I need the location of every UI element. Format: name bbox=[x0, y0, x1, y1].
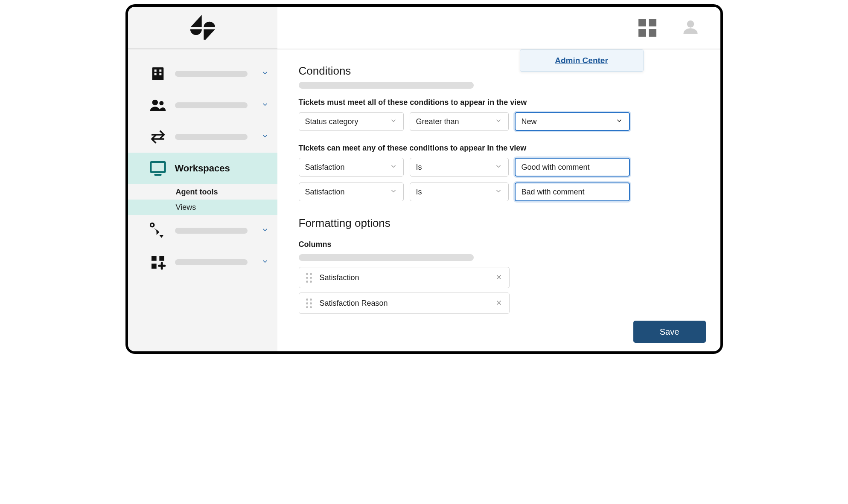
select-value: Status category bbox=[305, 117, 358, 126]
columns-description-placeholder bbox=[299, 254, 474, 261]
sidebar-item-account[interactable] bbox=[128, 58, 277, 90]
condition-any-row-0: Satisfaction Is Good with comment bbox=[299, 158, 699, 177]
select-value: Is bbox=[416, 163, 422, 172]
column-name: Satisfaction bbox=[320, 273, 488, 282]
chevron-down-icon bbox=[261, 101, 269, 110]
admin-center-popover: Admin Center bbox=[520, 49, 644, 72]
field-value: Good with comment bbox=[522, 163, 590, 172]
remove-column-button[interactable] bbox=[495, 298, 502, 308]
people-icon bbox=[149, 97, 166, 114]
field-value: Bad with comment bbox=[522, 188, 585, 197]
conditions-any-label: Tickets can meet any of these conditions… bbox=[299, 144, 699, 153]
condition-field-select[interactable]: Status category bbox=[299, 112, 404, 131]
nav-placeholder bbox=[175, 71, 248, 77]
condition-operator-select[interactable]: Greater than bbox=[410, 112, 509, 131]
conditions-all-label: Tickets must meet all of these condition… bbox=[299, 98, 699, 107]
monitor-icon bbox=[149, 160, 166, 177]
sidebar-subitem-views[interactable]: Views bbox=[128, 200, 277, 215]
drag-handle-icon[interactable] bbox=[306, 273, 312, 283]
svg-rect-5 bbox=[159, 70, 161, 72]
header-right bbox=[277, 7, 720, 49]
select-value: Satisfaction bbox=[305, 163, 345, 172]
description-placeholder bbox=[299, 82, 474, 89]
save-button[interactable]: Save bbox=[633, 321, 706, 343]
nav-placeholder bbox=[175, 228, 248, 234]
svg-point-8 bbox=[152, 100, 157, 105]
sidebar-item-channels[interactable] bbox=[128, 121, 277, 153]
svg-rect-10 bbox=[151, 162, 165, 172]
svg-rect-15 bbox=[152, 264, 157, 269]
condition-value-field[interactable]: Good with comment bbox=[515, 158, 630, 177]
select-value: Is bbox=[416, 188, 422, 197]
svg-point-2 bbox=[687, 20, 694, 28]
column-item-0: Satisfaction bbox=[299, 267, 510, 288]
main-content: Conditions Tickets must meet all of thes… bbox=[277, 49, 720, 351]
sidebar-item-apps[interactable] bbox=[128, 246, 277, 278]
svg-point-11 bbox=[150, 223, 154, 227]
svg-marker-1 bbox=[204, 29, 215, 40]
chevron-down-icon bbox=[495, 117, 502, 127]
apps-grid-icon[interactable] bbox=[638, 19, 656, 37]
chevron-down-icon bbox=[261, 258, 269, 267]
avatar-icon[interactable] bbox=[682, 18, 699, 37]
chevron-down-icon bbox=[495, 187, 502, 197]
chevron-down-icon bbox=[261, 69, 269, 78]
svg-point-9 bbox=[159, 101, 163, 105]
svg-marker-0 bbox=[190, 15, 202, 27]
chevron-down-icon bbox=[390, 187, 397, 197]
admin-center-link[interactable]: Admin Center bbox=[555, 56, 608, 65]
chevron-down-icon bbox=[261, 132, 269, 142]
condition-operator-select[interactable]: Is bbox=[410, 182, 509, 201]
svg-rect-7 bbox=[159, 73, 161, 75]
column-name: Satisfaction Reason bbox=[320, 299, 488, 308]
svg-rect-14 bbox=[159, 256, 164, 261]
nav-placeholder bbox=[175, 259, 248, 265]
column-item-1: Satisfaction Reason bbox=[299, 293, 510, 314]
condition-value-field[interactable]: New bbox=[515, 112, 630, 131]
body: Workspaces Agent tools Views bbox=[128, 49, 720, 351]
zendesk-logo-icon bbox=[190, 15, 215, 40]
select-value: Satisfaction bbox=[305, 188, 345, 197]
svg-rect-6 bbox=[154, 73, 156, 75]
columns-label: Columns bbox=[299, 240, 699, 249]
building-icon bbox=[149, 65, 166, 82]
routing-icon bbox=[149, 222, 166, 239]
sidebar-subitems: Agent tools Views bbox=[128, 184, 277, 215]
condition-all-row-0: Status category Greater than New bbox=[299, 112, 699, 131]
sidebar-item-people[interactable] bbox=[128, 90, 277, 121]
condition-field-select[interactable]: Satisfaction bbox=[299, 158, 404, 177]
nav-placeholder bbox=[175, 102, 248, 108]
svg-marker-12 bbox=[159, 235, 163, 238]
svg-rect-3 bbox=[152, 67, 163, 80]
sidebar-item-workspaces[interactable]: Workspaces bbox=[128, 153, 277, 184]
drag-handle-icon[interactable] bbox=[306, 298, 312, 308]
field-value: New bbox=[522, 117, 537, 126]
svg-rect-13 bbox=[152, 256, 157, 261]
condition-operator-select[interactable]: Is bbox=[410, 158, 509, 177]
svg-rect-4 bbox=[154, 70, 156, 72]
sidebar-item-objects-rules[interactable] bbox=[128, 215, 277, 246]
condition-value-field[interactable]: Bad with comment bbox=[515, 182, 630, 201]
chevron-down-icon bbox=[615, 117, 623, 127]
app-frame: Admin Center bbox=[125, 4, 723, 354]
chevron-down-icon bbox=[261, 226, 269, 235]
condition-field-select[interactable]: Satisfaction bbox=[299, 182, 404, 201]
apps-add-icon bbox=[149, 254, 166, 271]
sidebar-item-label: Workspaces bbox=[175, 163, 230, 174]
chevron-down-icon bbox=[390, 117, 397, 127]
chevron-down-icon bbox=[495, 162, 502, 172]
section-formatting-heading: Formatting options bbox=[299, 217, 699, 230]
sidebar: Workspaces Agent tools Views bbox=[128, 49, 277, 351]
topbar bbox=[128, 7, 720, 49]
select-value: Greater than bbox=[416, 117, 459, 126]
chevron-down-icon bbox=[390, 162, 397, 172]
condition-any-row-1: Satisfaction Is Bad with comment bbox=[299, 182, 699, 201]
sidebar-subitem-agent-tools[interactable]: Agent tools bbox=[176, 184, 277, 200]
arrows-exchange-icon bbox=[149, 128, 166, 145]
nav-placeholder bbox=[175, 134, 248, 140]
logo-cell bbox=[128, 7, 277, 49]
remove-column-button[interactable] bbox=[495, 273, 502, 283]
